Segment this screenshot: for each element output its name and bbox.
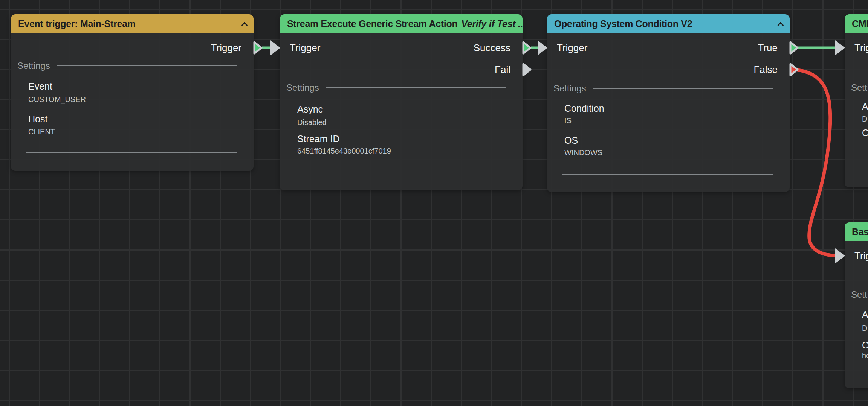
setting-value-os: WINDOWS xyxy=(564,147,602,157)
node-header[interactable]: Event trigger: Main-Stream xyxy=(11,14,254,33)
setting-label-async: Async xyxy=(297,103,323,115)
port-label: True xyxy=(758,42,778,53)
divider xyxy=(57,65,237,66)
workflow-canvas[interactable]: Event trigger: Main-Stream Trigger Setti… xyxy=(0,0,868,406)
setting-label-command: C xyxy=(862,339,868,351)
port-success-output[interactable]: Success xyxy=(474,41,523,54)
port-trigger-input[interactable]: Trigger xyxy=(547,41,587,54)
port-label: Fail xyxy=(495,64,510,75)
divider xyxy=(295,172,506,172)
input-port-icon[interactable] xyxy=(269,39,281,56)
port-label: False xyxy=(753,64,778,75)
node-header[interactable]: Stream Execute Generic Stream Action Ver… xyxy=(280,14,523,33)
input-port-icon[interactable] xyxy=(834,39,846,56)
setting-value-condition: IS xyxy=(564,116,572,125)
collapse-chevron-icon[interactable] xyxy=(778,21,784,26)
node-os-condition[interactable]: Operating System Condition V2 Trigger Tr… xyxy=(547,14,790,192)
divider xyxy=(26,152,237,153)
port-label: Success xyxy=(474,42,510,53)
setting-value-event: CUSTOM_USER xyxy=(28,94,86,104)
node-title: Operating System Condition V2 xyxy=(554,18,692,29)
port-label: Trigger xyxy=(211,42,241,53)
setting-value-async: Disabled xyxy=(862,114,868,124)
output-port-icon[interactable] xyxy=(522,62,532,77)
port-trigger-output[interactable]: Trigger xyxy=(211,41,254,54)
divider xyxy=(859,169,868,169)
setting-label-event: Event xyxy=(28,81,52,92)
node-title: Bash xyxy=(852,227,868,237)
input-port-icon[interactable] xyxy=(536,39,549,56)
node-header[interactable]: CMD xyxy=(845,14,868,33)
setting-value-command: ho xyxy=(862,351,868,360)
collapse-chevron-icon[interactable] xyxy=(241,21,248,26)
node-title: CMD xyxy=(852,18,868,29)
port-trigger-input[interactable]: Trigger xyxy=(845,249,868,262)
node-cmd[interactable]: CMD Trigger Settings Async Disabled C xyxy=(845,14,868,187)
port-label: Trigger xyxy=(854,250,868,262)
settings-section-header: Settings xyxy=(286,82,506,93)
output-port-icon[interactable] xyxy=(789,41,799,55)
port-trigger-input[interactable]: Trigger xyxy=(845,41,868,54)
setting-label-async: Async xyxy=(862,101,868,112)
setting-value-async: Disabled xyxy=(862,323,868,333)
setting-value-async: Disabled xyxy=(297,117,327,127)
setting-label-condition: Condition xyxy=(564,103,604,114)
setting-label-stream-id: Stream ID xyxy=(297,133,340,144)
settings-section-header: Settings xyxy=(851,82,868,93)
setting-value-host: CLIENT xyxy=(28,127,55,137)
output-port-icon[interactable] xyxy=(522,41,532,55)
wire-false-to-bash[interactable] xyxy=(798,70,835,255)
port-fail-output[interactable]: Fail xyxy=(495,63,523,76)
port-false-output[interactable]: False xyxy=(753,63,790,76)
port-label: Trigger xyxy=(557,42,587,53)
port-true-output[interactable]: True xyxy=(758,41,790,54)
node-title: Stream Execute Generic Stream Action xyxy=(287,18,457,29)
output-port-icon[interactable] xyxy=(253,41,263,55)
divider xyxy=(859,373,868,373)
setting-label-host: Host xyxy=(28,113,47,125)
node-title: Event trigger: Main-Stream xyxy=(18,18,136,29)
settings-section-header: Settings xyxy=(553,83,773,94)
port-label: Trigger xyxy=(290,42,320,53)
node-event-trigger[interactable]: Event trigger: Main-Stream Trigger Setti… xyxy=(11,14,254,171)
divider xyxy=(593,88,773,89)
setting-label-command: C xyxy=(862,127,868,138)
node-header[interactable]: Bash xyxy=(845,222,868,241)
divider xyxy=(562,174,773,175)
node-header[interactable]: Operating System Condition V2 xyxy=(547,14,790,33)
setting-label-os: OS xyxy=(564,135,578,146)
divider xyxy=(326,87,506,88)
settings-section-header: Settings xyxy=(851,289,868,300)
port-trigger-input[interactable]: Trigger xyxy=(280,41,320,54)
node-stream-action[interactable]: Stream Execute Generic Stream Action Ver… xyxy=(280,14,523,190)
node-bash[interactable]: Bash Trigger Settings Async Disabled C h… xyxy=(845,222,868,388)
input-port-icon[interactable] xyxy=(834,247,846,265)
setting-value-stream-id: 6451ff8145e43e0001cf7019 xyxy=(297,146,391,156)
settings-section-header: Settings xyxy=(17,60,237,71)
setting-label-async: Async xyxy=(862,309,868,320)
port-label: Trigger xyxy=(854,42,868,53)
output-port-icon[interactable] xyxy=(789,62,799,77)
node-title-italic: Verify if Test ... xyxy=(461,18,523,29)
